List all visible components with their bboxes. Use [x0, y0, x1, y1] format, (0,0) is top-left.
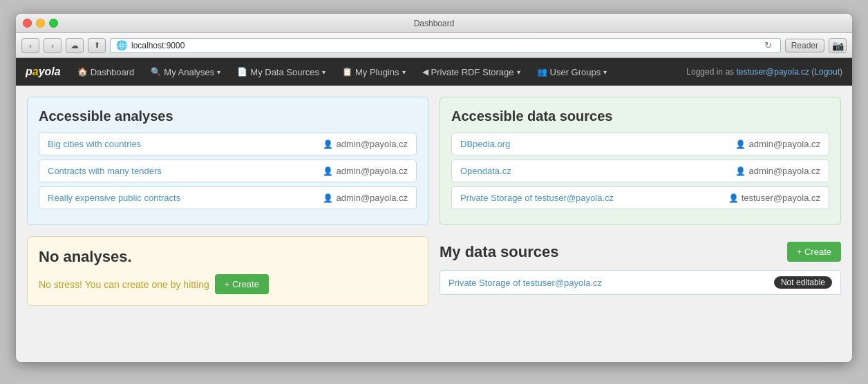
my-datasource-link-0[interactable]: Private Storage of testuser@payola.cz: [449, 278, 602, 288]
datasource-icon: 📄: [237, 67, 247, 77]
datasource-link-0[interactable]: DBpedia.org: [460, 139, 510, 149]
no-analyses-title: No analyses.: [39, 248, 417, 266]
analysis-item-0: Big cities with countries 👤 admin@payola…: [39, 133, 417, 155]
datasource-link-2[interactable]: Private Storage of testuser@payola.cz: [460, 193, 614, 203]
datasource-owner-1: 👤 admin@payola.cz: [735, 166, 820, 176]
datasource-item-0: DBpedia.org 👤 admin@payola.cz: [451, 133, 829, 155]
analysis-link-1[interactable]: Contracts with many tenders: [48, 166, 162, 176]
dropdown-caret-plugins: ▾: [402, 68, 406, 76]
brand-logo: payola: [26, 66, 61, 78]
nav-user-groups[interactable]: 👥 User Groups ▾: [530, 63, 614, 81]
nav-my-analyses[interactable]: 🔍 My Analyses ▾: [144, 63, 227, 81]
nav-dashboard[interactable]: 🏠 Dashboard: [70, 63, 142, 81]
accessible-data-sources-card: Accessible data sources DBpedia.org 👤 ad…: [440, 97, 841, 225]
minimize-button[interactable]: [36, 19, 45, 28]
nav-my-plugins[interactable]: 📋 My Plugins ▾: [335, 63, 413, 81]
user-icon-a1: 👤: [323, 166, 333, 176]
no-analyses-card: No analyses. No stress! You can create o…: [27, 236, 428, 306]
analysis-owner-0: 👤 admin@payola.cz: [323, 139, 408, 149]
not-editable-badge-0: Not editable: [774, 276, 832, 289]
address-text: localhost:9000: [131, 41, 185, 50]
accessible-analyses-card: Accessible analyses Big cities with coun…: [27, 97, 428, 225]
my-data-sources-header: My data sources + Create: [440, 242, 841, 262]
analysis-item-2: Really expensive public contracts 👤 admi…: [39, 186, 417, 209]
datasource-link-1[interactable]: Opendata.cz: [460, 166, 511, 176]
app-navbar: payola 🏠 Dashboard 🔍 My Analyses ▾ 📄 My …: [16, 58, 852, 86]
browser-window: Dashboard ‹ › ☁ ⬆ 🌐 localhost:9000 ↻ Rea…: [16, 14, 852, 362]
dropdown-caret-groups: ▾: [603, 68, 607, 76]
forward-button[interactable]: ›: [44, 38, 62, 53]
logout-link[interactable]: Logout: [814, 67, 840, 77]
search-icon: 🔍: [151, 67, 161, 77]
create-analysis-button[interactable]: + Create: [215, 274, 269, 294]
user-icon-d2: 👤: [728, 193, 739, 203]
no-analyses-message: No stress! You can create one by hitting…: [39, 274, 417, 294]
user-icon-d1: 👤: [735, 166, 746, 176]
analysis-owner-1: 👤 admin@payola.cz: [323, 166, 408, 176]
analysis-item-1: Contracts with many tenders 👤 admin@payo…: [39, 160, 417, 182]
user-email-link[interactable]: testuser@payola.cz: [736, 67, 809, 77]
datasource-owner-0: 👤 admin@payola.cz: [735, 139, 820, 149]
logged-in-info: Logged in as testuser@payola.cz (Logout): [686, 67, 842, 77]
dashboard-top-grid: Accessible analyses Big cities with coun…: [27, 97, 841, 225]
datasource-owner-2: 👤 testuser@payola.cz: [728, 193, 820, 203]
plugin-icon: 📋: [342, 67, 352, 77]
analysis-owner-2: 👤 admin@payola.cz: [323, 193, 408, 203]
rdf-icon: ◀: [422, 67, 428, 77]
analysis-link-0[interactable]: Big cities with countries: [48, 139, 141, 149]
address-globe-icon: 🌐: [116, 40, 127, 50]
analysis-link-2[interactable]: Really expensive public contracts: [48, 193, 180, 203]
users-icon: 👥: [537, 67, 547, 77]
reload-button[interactable]: ↻: [762, 39, 775, 52]
cloud-button[interactable]: ☁: [66, 38, 84, 53]
dashboard-bottom-grid: No analyses. No stress! You can create o…: [27, 236, 841, 306]
datasource-item-1: Opendata.cz 👤 admin@payola.cz: [451, 160, 829, 182]
title-bar: Dashboard: [16, 14, 852, 33]
dropdown-caret-analyses: ▾: [217, 68, 220, 76]
window-buttons: [23, 19, 58, 28]
nav-private-rdf[interactable]: ◀ Private RDF Storage ▾: [415, 63, 527, 81]
dropdown-caret-datasources: ▾: [322, 68, 326, 76]
close-button[interactable]: [23, 19, 32, 28]
my-data-sources-section: My data sources + Create Private Storage…: [440, 236, 841, 306]
accessible-analyses-title: Accessible analyses: [39, 108, 417, 124]
nav-my-data-sources[interactable]: 📄 My Data Sources ▾: [230, 63, 332, 81]
reader-button[interactable]: Reader: [785, 39, 824, 52]
maximize-button[interactable]: [49, 19, 58, 28]
back-button[interactable]: ‹: [21, 38, 39, 53]
user-icon-a0: 👤: [323, 140, 333, 149]
datasource-item-2: Private Storage of testuser@payola.cz 👤 …: [451, 186, 829, 209]
create-datasource-button[interactable]: + Create: [787, 242, 841, 262]
my-data-sources-title: My data sources: [440, 243, 558, 261]
window-title: Dashboard: [414, 19, 455, 28]
share-button[interactable]: ⬆: [88, 38, 106, 53]
accessible-data-sources-title: Accessible data sources: [451, 108, 829, 124]
address-bar[interactable]: 🌐 localhost:9000 ↻: [110, 38, 781, 53]
user-icon-d0: 👤: [735, 140, 746, 149]
browser-toolbar: ‹ › ☁ ⬆ 🌐 localhost:9000 ↻ Reader 📷: [16, 33, 852, 58]
user-icon-a2: 👤: [323, 193, 333, 203]
my-datasource-item-0: Private Storage of testuser@payola.cz No…: [440, 270, 841, 295]
dropdown-caret-rdf: ▾: [517, 68, 520, 76]
main-content: Accessible analyses Big cities with coun…: [16, 86, 852, 362]
camera-button[interactable]: 📷: [829, 38, 847, 53]
home-icon: 🏠: [77, 67, 88, 77]
